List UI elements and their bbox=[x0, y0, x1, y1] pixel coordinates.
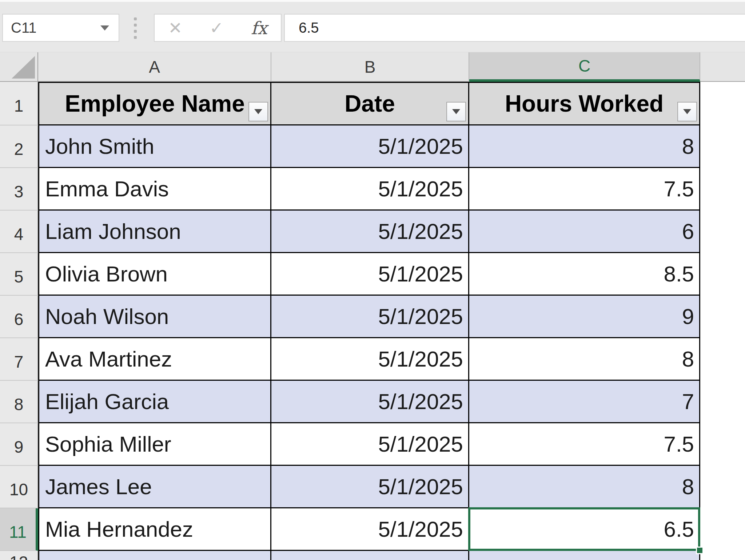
filter-button-date[interactable] bbox=[446, 102, 466, 121]
outside-grid-area bbox=[700, 338, 745, 381]
enter-icon[interactable]: ✓ bbox=[210, 20, 224, 36]
cell-C12[interactable] bbox=[469, 551, 700, 560]
cell-C7[interactable]: 8 bbox=[469, 338, 700, 381]
cell-B11[interactable]: 5/1/2025 bbox=[271, 508, 469, 551]
filter-button-employee-name[interactable] bbox=[248, 102, 268, 121]
column-header-a[interactable]: A bbox=[38, 52, 271, 82]
table-row: 2 John Smith 5/1/2025 8 bbox=[0, 125, 745, 168]
outside-grid-area bbox=[700, 423, 745, 466]
cell-B4[interactable]: 5/1/2025 bbox=[271, 211, 469, 253]
cell-A8[interactable]: Elijah Garcia bbox=[38, 381, 271, 423]
filter-button-hours-worked[interactable] bbox=[677, 102, 697, 121]
cell-A7[interactable]: Ava Martinez bbox=[38, 338, 271, 381]
cell-A3[interactable]: Emma Davis bbox=[38, 168, 271, 211]
row-header-9[interactable]: 9 bbox=[0, 423, 38, 466]
cell-C2[interactable]: 8 bbox=[469, 125, 700, 168]
column-header-strip: A B C bbox=[0, 52, 745, 82]
formula-buttons-group: ✕ ✓ fx bbox=[154, 14, 282, 42]
table-body: 2 John Smith 5/1/2025 8 3 Emma Davis 5/1… bbox=[0, 125, 745, 551]
cell-C6[interactable]: 9 bbox=[469, 296, 700, 338]
column-header-filler bbox=[700, 52, 745, 82]
cell-A10[interactable]: James Lee bbox=[38, 466, 271, 508]
row-header-12[interactable]: 12 bbox=[0, 551, 38, 560]
insert-function-icon[interactable]: fx bbox=[251, 19, 267, 37]
formula-toolbar: C11 ✕ ✓ fx 6.5 bbox=[0, 0, 745, 52]
cell-A6[interactable]: Noah Wilson bbox=[38, 296, 271, 338]
outside-grid-area bbox=[700, 381, 745, 423]
cell-B2[interactable]: 5/1/2025 bbox=[271, 125, 469, 168]
cell-B5[interactable]: 5/1/2025 bbox=[271, 253, 469, 296]
outside-grid-area bbox=[700, 253, 745, 296]
outside-grid-area bbox=[700, 125, 745, 168]
cell-A4[interactable]: Liam Johnson bbox=[38, 211, 271, 253]
cell-C5[interactable]: 8.5 bbox=[469, 253, 700, 296]
header-label-hours-worked: Hours Worked bbox=[505, 90, 664, 117]
table-row: 8 Elijah Garcia 5/1/2025 7 bbox=[0, 381, 745, 423]
active-cell-C11[interactable]: 6.5 bbox=[469, 508, 700, 551]
cell-B12[interactable] bbox=[271, 551, 469, 560]
cell-C9[interactable]: 7.5 bbox=[469, 423, 700, 466]
row-header-1[interactable]: 1 bbox=[0, 82, 38, 125]
outside-grid-area bbox=[700, 466, 745, 508]
select-all-button[interactable] bbox=[0, 52, 38, 82]
row-header-2[interactable]: 2 bbox=[0, 125, 38, 168]
column-header-c[interactable]: C bbox=[469, 52, 700, 82]
cell-C10[interactable]: 8 bbox=[469, 466, 700, 508]
table-row: 10 James Lee 5/1/2025 8 bbox=[0, 466, 745, 508]
table-row: 5 Olivia Brown 5/1/2025 8.5 bbox=[0, 253, 745, 296]
name-box-dropdown-icon[interactable] bbox=[100, 25, 109, 31]
table-row-partial: 12 bbox=[0, 551, 745, 560]
header-cell-hours-worked[interactable]: Hours Worked bbox=[469, 82, 700, 125]
cell-B7[interactable]: 5/1/2025 bbox=[271, 338, 469, 381]
row-header-6[interactable]: 6 bbox=[0, 296, 38, 338]
row-header-10[interactable]: 10 bbox=[0, 466, 38, 508]
select-all-triangle-icon bbox=[12, 56, 35, 79]
cancel-icon[interactable]: ✕ bbox=[168, 20, 183, 36]
table-row: 9 Sophia Miller 5/1/2025 7.5 bbox=[0, 423, 745, 466]
outside-grid-area bbox=[700, 168, 745, 211]
cell-B3[interactable]: 5/1/2025 bbox=[271, 168, 469, 211]
fill-handle[interactable] bbox=[696, 547, 704, 554]
cell-A11[interactable]: Mia Hernandez bbox=[38, 508, 271, 551]
cell-C4[interactable]: 6 bbox=[469, 211, 700, 253]
cell-B8[interactable]: 5/1/2025 bbox=[271, 381, 469, 423]
cell-C3[interactable]: 7.5 bbox=[469, 168, 700, 211]
row-header-5[interactable]: 5 bbox=[0, 253, 38, 296]
table-row: 4 Liam Johnson 5/1/2025 6 bbox=[0, 211, 745, 253]
cell-A5[interactable]: Olivia Brown bbox=[38, 253, 271, 296]
header-label-employee-name: Employee Name bbox=[65, 90, 244, 117]
outside-grid-area bbox=[700, 296, 745, 338]
filter-dropdown-icon bbox=[683, 109, 691, 114]
cell-C8[interactable]: 7 bbox=[469, 381, 700, 423]
cell-A12[interactable] bbox=[38, 551, 271, 560]
outside-grid-area bbox=[700, 551, 745, 560]
column-header-b[interactable]: B bbox=[271, 52, 469, 82]
outside-grid-area bbox=[700, 211, 745, 253]
toolbar-separator-dots bbox=[134, 16, 137, 40]
header-cell-date[interactable]: Date bbox=[271, 82, 469, 125]
cell-A9[interactable]: Sophia Miller bbox=[38, 423, 271, 466]
row-header-7[interactable]: 7 bbox=[0, 338, 38, 381]
outside-grid-area bbox=[700, 82, 745, 125]
formula-bar-input[interactable]: 6.5 bbox=[284, 14, 745, 42]
cell-B6[interactable]: 5/1/2025 bbox=[271, 296, 469, 338]
row-header-4[interactable]: 4 bbox=[0, 211, 38, 253]
header-label-date: Date bbox=[344, 90, 395, 117]
formula-bar-value: 6.5 bbox=[285, 20, 319, 36]
cell-B10[interactable]: 5/1/2025 bbox=[271, 466, 469, 508]
cell-A2[interactable]: John Smith bbox=[38, 125, 271, 168]
name-box-value: C11 bbox=[3, 20, 100, 36]
filter-dropdown-icon bbox=[254, 109, 262, 114]
name-box[interactable]: C11 bbox=[2, 14, 119, 42]
table-row: 11 Mia Hernandez 5/1/2025 6.5 bbox=[0, 508, 745, 551]
table-header-row: 1 Employee Name Date Hours Worked bbox=[0, 82, 745, 125]
row-header-11[interactable]: 11 bbox=[0, 508, 38, 551]
filter-dropdown-icon bbox=[452, 109, 460, 114]
excel-window: C11 ✕ ✓ fx 6.5 A B C 1 Employee Name bbox=[0, 0, 745, 560]
outside-grid-area bbox=[700, 508, 745, 551]
cell-B9[interactable]: 5/1/2025 bbox=[271, 423, 469, 466]
row-header-3[interactable]: 3 bbox=[0, 168, 38, 211]
row-header-8[interactable]: 8 bbox=[0, 381, 38, 423]
table-row: 3 Emma Davis 5/1/2025 7.5 bbox=[0, 168, 745, 211]
header-cell-employee-name[interactable]: Employee Name bbox=[38, 82, 271, 125]
